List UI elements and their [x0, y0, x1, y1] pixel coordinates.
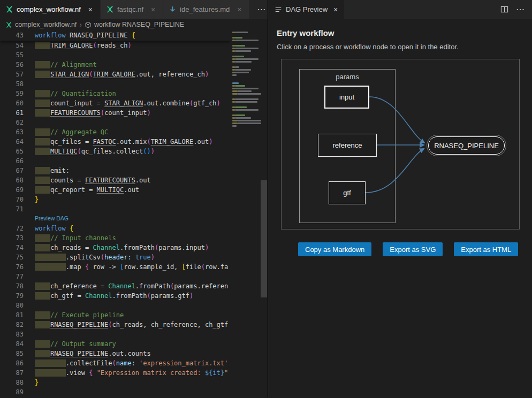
code-line[interactable]: 62 [0, 118, 268, 127]
split-editor-icon[interactable] [500, 5, 508, 13]
code-line[interactable]: 59 // Quantification [0, 89, 268, 98]
code-line[interactable]: 60 count_input = STAR_ALIGN.out.combine(… [0, 98, 268, 108]
scrollbar-thumb[interactable] [261, 180, 267, 297]
code-line[interactable]: 84 // Output summary [0, 339, 268, 349]
breadcrumb-file[interactable]: complex_workflow.nf [15, 21, 77, 28]
code-text[interactable]: qc_report = MULTIQC.out [24, 185, 139, 195]
code-text[interactable] [24, 156, 35, 166]
code-line[interactable]: 58 [0, 79, 268, 89]
close-icon[interactable]: × [86, 5, 95, 14]
breadcrumb-symbol[interactable]: workflow RNASEQ_PIPELINE [94, 21, 184, 28]
tab-dag-preview[interactable]: DAG Preview × [268, 0, 344, 19]
code-line[interactable]: 70} [0, 195, 268, 204]
code-text[interactable]: workflow RNASEQ_PIPELINE { [24, 30, 135, 40]
code-line[interactable]: 75 .splitCsv(header: true) [0, 252, 268, 262]
code-line[interactable]: 68 counts = FEATURECOUNTS.out [0, 175, 268, 185]
code-line[interactable]: 77 [0, 272, 268, 281]
code-line[interactable]: 66 [0, 156, 268, 166]
code-line[interactable]: 81 // Execute pipeline [0, 310, 268, 320]
code-line[interactable]: 87 .view { "Expression matrix created: $… [0, 368, 268, 378]
dag-node-rnaseq-pipeline[interactable]: RNASEQ_PIPELINE [428, 136, 505, 155]
code-text[interactable]: ch_gtf = Channel.fromPath(params.gtf) [24, 291, 193, 301]
code-line[interactable]: 57 STAR_ALIGN(TRIM_GALORE.out, reference… [0, 70, 268, 79]
code-line[interactable]: 71 [0, 204, 268, 214]
codelens-preview-dag[interactable]: Preview DAG [24, 214, 69, 224]
code-text[interactable] [24, 272, 35, 281]
dag-node-reference[interactable]: reference [318, 134, 377, 157]
process-link[interactable]: STAR_ALIGN [104, 100, 143, 107]
code-text[interactable]: .collectFile(name: 'expression_matrix.tx… [24, 358, 228, 368]
code-text[interactable]: } [24, 378, 39, 387]
more-actions-icon[interactable]: ⋯ [516, 4, 525, 14]
code-text[interactable]: // Aggregate QC [24, 127, 108, 137]
code-text[interactable]: TRIM_GALORE(reads_ch) [24, 41, 132, 50]
code-area[interactable]: 54 TRIM_GALORE(reads_ch)5556 // Alignmen… [0, 41, 268, 397]
tab-complex-workflow-nf[interactable]: complex_workflow.nf × [0, 0, 101, 19]
process-link[interactable]: RNASEQ_PIPELINE [50, 321, 108, 328]
code-text[interactable]: emit: [24, 166, 70, 175]
process-link[interactable]: STAR_ALIGN [50, 71, 89, 78]
code-line[interactable]: 55 [0, 50, 268, 60]
code-line[interactable]: 56 // Alignment [0, 60, 268, 70]
code-line[interactable]: 72workflow { [0, 224, 268, 233]
process-link[interactable]: FEATURECOUNTS [50, 109, 101, 117]
copy-as-markdown-button[interactable]: Copy as Markdown [298, 242, 371, 256]
code-text[interactable] [24, 118, 35, 127]
code-line[interactable]: 73 // Input channels [0, 233, 268, 243]
code-text[interactable]: qc_files = FASTQC.out.mix(TRIM_GALORE.ou… [24, 137, 212, 147]
code-line[interactable]: 78 ch_reference = Channel.fromPath(param… [0, 281, 268, 291]
code-text[interactable]: // Quantification [24, 89, 116, 98]
code-text[interactable]: // Output summary [24, 339, 116, 349]
sticky-scroll-line[interactable]: 43workflow RNASEQ_PIPELINE { [0, 30, 230, 41]
code-text[interactable]: // Alignment [24, 60, 97, 70]
export-as-html-button[interactable]: Export as HTML [454, 242, 518, 256]
code-line[interactable]: 43workflow RNASEQ_PIPELINE { [0, 30, 230, 40]
code-line[interactable]: 54 TRIM_GALORE(reads_ch) [0, 41, 268, 50]
code-line[interactable]: 69 qc_report = MULTIQC.out [0, 185, 268, 195]
process-link[interactable]: TRIM_GALORE [50, 42, 93, 49]
process-link[interactable]: MULTIQC [97, 186, 124, 194]
code-line[interactable]: 89 [0, 387, 268, 397]
code-line[interactable]: 76 .map { row -> [row.sample_id, [file(r… [0, 262, 268, 272]
code-line[interactable]: 65 MULTIQC(qc_files.collect()) [0, 147, 268, 156]
code-line[interactable]: 74 ch_reads = Channel.fromPath(params.in… [0, 243, 268, 252]
process-link[interactable]: FEATURECOUNTS [85, 177, 135, 184]
code-text[interactable] [24, 301, 35, 310]
code-line[interactable]: 67 emit: [0, 166, 268, 175]
code-text[interactable]: STAR_ALIGN(TRIM_GALORE.out, reference_ch… [24, 70, 209, 79]
code-text[interactable]: MULTIQC(qc_files.collect()) [24, 147, 155, 156]
code-text[interactable]: workflow { [24, 224, 73, 233]
code-line[interactable]: 88} [0, 378, 268, 387]
code-line[interactable]: 85 RNASEQ_PIPELINE.out.counts [0, 349, 268, 358]
dag-node-input[interactable]: input [324, 86, 369, 109]
code-line[interactable]: 82 RNASEQ_PIPELINE(ch_reads, ch_referenc… [0, 320, 268, 330]
process-link[interactable]: RNASEQ_PIPELINE [50, 350, 108, 357]
export-as-svg-button[interactable]: Export as SVG [383, 242, 443, 256]
code-text[interactable]: RNASEQ_PIPELINE.out.counts [24, 349, 151, 358]
process-link[interactable]: MULTIQC [50, 148, 78, 155]
close-icon[interactable]: × [333, 5, 338, 14]
code-line[interactable]: 86 .collectFile(name: 'expression_matrix… [0, 358, 268, 368]
codelens-row[interactable]: Preview DAG [0, 214, 268, 224]
close-icon[interactable]: × [149, 5, 157, 14]
close-icon[interactable]: × [235, 5, 244, 14]
code-text[interactable]: .map { row -> [row.sample_id, [file(row.… [24, 262, 228, 272]
editor-scrollbar[interactable] [260, 30, 268, 398]
process-link[interactable]: TRIM_GALORE [93, 71, 135, 78]
code-text[interactable] [24, 330, 35, 339]
dag-node-gtf[interactable]: gtf [329, 181, 366, 204]
code-text[interactable]: counts = FEATURECOUNTS.out [24, 175, 151, 185]
code-text[interactable] [24, 50, 35, 60]
code-line[interactable]: 63 // Aggregate QC [0, 127, 268, 137]
code-line[interactable]: 79 ch_gtf = Channel.fromPath(params.gtf) [0, 291, 268, 301]
code-line[interactable]: 83 [0, 330, 268, 339]
code-text[interactable]: .view { "Expression matrix created: ${it… [24, 368, 228, 378]
code-editor[interactable]: 54 TRIM_GALORE(reads_ch)5556 // Alignmen… [0, 30, 268, 398]
code-text[interactable] [24, 204, 35, 214]
code-text[interactable]: RNASEQ_PIPELINE(ch_reads, ch_reference, … [24, 320, 228, 330]
code-text[interactable] [24, 79, 35, 89]
process-link[interactable]: TRIM_GALORE [151, 138, 193, 146]
minimap[interactable] [230, 30, 260, 398]
code-line[interactable]: 64 qc_files = FASTQC.out.mix(TRIM_GALORE… [0, 137, 268, 147]
code-text[interactable]: // Input channels [24, 233, 116, 243]
